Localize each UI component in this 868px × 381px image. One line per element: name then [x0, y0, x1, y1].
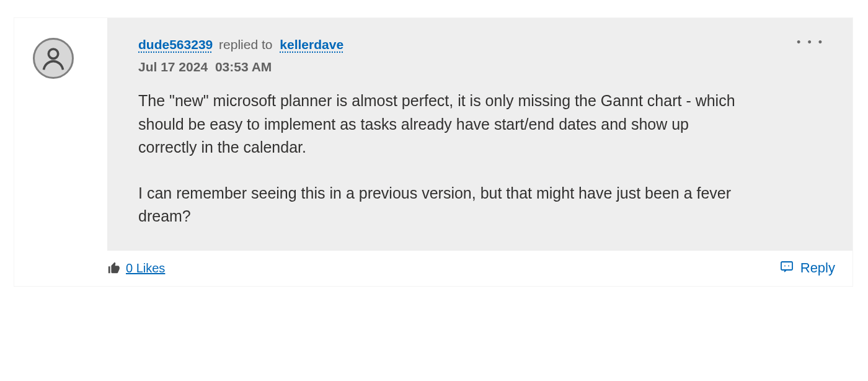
ellipsis-icon: • • •: [797, 36, 824, 48]
paragraph: The "new" microsoft planner is almost pe…: [138, 89, 740, 159]
byline: dude563239 replied to kellerdave: [138, 37, 822, 52]
svg-point-0: [48, 49, 58, 58]
time-text: 03:53 AM: [215, 60, 272, 74]
comment-body: The "new" microsoft planner is almost pe…: [138, 89, 740, 228]
svg-point-3: [788, 265, 789, 266]
reply-icon: [779, 259, 794, 277]
svg-point-2: [784, 265, 786, 266]
reply-target-link[interactable]: kellerdave: [280, 37, 343, 52]
more-options-button[interactable]: • • •: [793, 33, 828, 52]
action-text: replied to: [219, 37, 272, 52]
paragraph: I can remember seeing this in a previous…: [138, 182, 740, 228]
comment-row: • • • dude563239 replied to kellerdave J…: [14, 18, 852, 286]
avatar-column: [14, 18, 107, 79]
likes-link[interactable]: 0 Likes: [126, 261, 165, 276]
avatar[interactable]: [33, 38, 74, 79]
comment-card: • • • dude563239 replied to kellerdave J…: [14, 17, 853, 287]
content-column: • • • dude563239 replied to kellerdave J…: [107, 18, 852, 286]
person-icon: [40, 45, 67, 72]
reply-label: Reply: [800, 260, 835, 276]
author-link[interactable]: dude563239: [138, 37, 213, 52]
timestamp: Jul 17 2024 03:53 AM: [138, 60, 822, 74]
svg-rect-1: [781, 262, 792, 270]
reply-button[interactable]: Reply: [779, 259, 835, 277]
thumbs-up-icon[interactable]: [107, 261, 121, 275]
likes: 0 Likes: [107, 261, 165, 276]
date-text: Jul 17 2024: [138, 60, 208, 74]
comment-footer: 0 Likes Reply: [107, 251, 852, 286]
comment-bubble: • • • dude563239 replied to kellerdave J…: [107, 18, 852, 251]
